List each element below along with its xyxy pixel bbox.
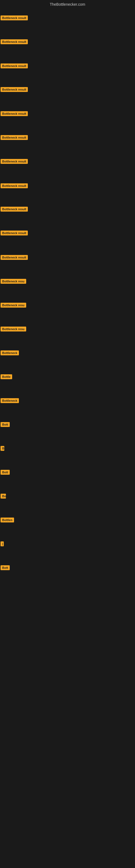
bottleneck-badge-4: Bottleneck result [1, 87, 28, 92]
site-title: TheBottlenecker.com [0, 0, 135, 9]
bottleneck-result-item-21[interactable]: Bo [1, 494, 6, 500]
bottleneck-result-item-18[interactable]: Bott [1, 422, 10, 428]
bottleneck-result-item-12[interactable]: Bottleneck resu [1, 279, 26, 285]
bottleneck-badge-18: Bott [1, 422, 10, 427]
bottleneck-badge-19: B [1, 446, 4, 451]
bottleneck-badge-23: | [1, 541, 4, 546]
bottleneck-badge-20: Bott [1, 470, 10, 475]
bottleneck-result-item-17[interactable]: Bottleneck [1, 398, 19, 404]
bottleneck-result-item-11[interactable]: Bottleneck result [1, 255, 28, 261]
bottleneck-result-item-5[interactable]: Bottleneck result [1, 111, 28, 117]
bottleneck-badge-7: Bottleneck result [1, 159, 28, 164]
bottleneck-badge-10: Bottleneck result [1, 230, 28, 236]
bottleneck-badge-1: Bottleneck result [1, 16, 28, 20]
bottleneck-result-item-6[interactable]: Bottleneck result [1, 135, 28, 141]
bottleneck-result-item-10[interactable]: Bottleneck result [1, 230, 28, 237]
bottleneck-result-item-4[interactable]: Bottleneck result [1, 87, 28, 93]
bottleneck-badge-5: Bottleneck result [1, 111, 28, 116]
bottleneck-badge-15: Bottleneck [1, 350, 19, 355]
bottleneck-result-item-8[interactable]: Bottleneck result [1, 183, 28, 189]
bottleneck-badge-11: Bottleneck result [1, 255, 28, 260]
bottleneck-result-item-3[interactable]: Bottleneck result [1, 63, 28, 69]
bottleneck-result-item-13[interactable]: Bottleneck resu [1, 303, 26, 309]
bottleneck-badge-3: Bottleneck result [1, 63, 28, 68]
bottleneck-result-item-20[interactable]: Bott [1, 470, 10, 476]
bottleneck-result-item-14[interactable]: Bottleneck resu [1, 327, 26, 333]
bottleneck-result-item-1[interactable]: Bottleneck result [1, 16, 28, 22]
bottleneck-result-item-23[interactable]: | [1, 541, 4, 547]
bottleneck-result-item-2[interactable]: Bottleneck result [1, 39, 28, 45]
bottleneck-badge-2: Bottleneck result [1, 39, 28, 44]
bottleneck-badge-14: Bottleneck resu [1, 327, 26, 332]
bottleneck-badge-22: Bottlen [1, 518, 14, 522]
bottleneck-badge-9: Bottleneck result [1, 207, 28, 212]
bottleneck-badge-8: Bottleneck result [1, 183, 28, 188]
bottleneck-result-item-9[interactable]: Bottleneck result [1, 207, 28, 213]
bottleneck-result-item-22[interactable]: Bottlen [1, 518, 14, 524]
bottleneck-result-item-19[interactable]: B [1, 446, 4, 452]
bottleneck-badge-13: Bottleneck resu [1, 303, 26, 308]
bottleneck-result-item-15[interactable]: Bottleneck [1, 350, 19, 356]
bottleneck-badge-6: Bottleneck result [1, 135, 28, 140]
bottleneck-badge-17: Bottleneck [1, 398, 19, 403]
bottleneck-result-item-7[interactable]: Bottleneck result [1, 159, 28, 165]
bottleneck-result-item-16[interactable]: Bottle [1, 374, 12, 380]
bottleneck-badge-12: Bottleneck resu [1, 279, 26, 284]
bottleneck-badge-24: Bott [1, 565, 10, 570]
bottleneck-badge-16: Bottle [1, 374, 12, 379]
bottleneck-badge-21: Bo [1, 494, 6, 499]
bottleneck-result-item-24[interactable]: Bott [1, 565, 10, 571]
